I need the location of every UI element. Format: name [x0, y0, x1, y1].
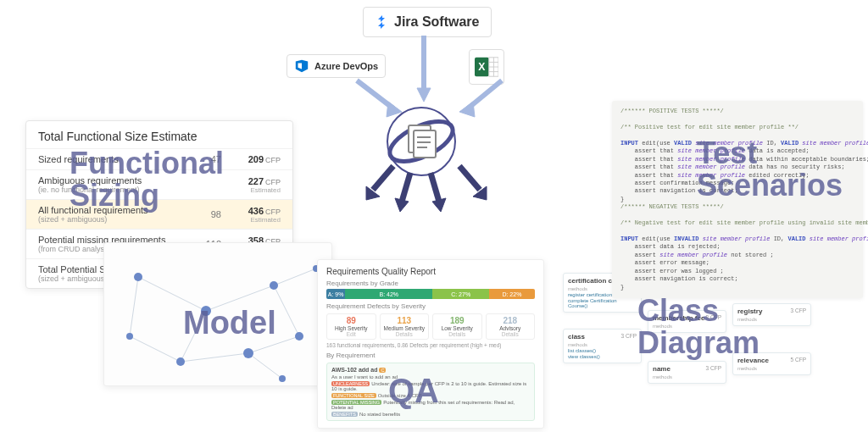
svg-line-37: [248, 353, 282, 379]
qa-severity: 189Low SeverityDetails: [432, 313, 482, 340]
svg-marker-25: [432, 198, 446, 212]
svg-line-36: [274, 269, 316, 285]
qa-req-defect: FUNCTIONAL SIZEOutside size 4 CFP: [331, 393, 530, 398]
qa-grade-segment: B: 42%: [345, 289, 432, 299]
qa-grade-segment: C: 27%: [432, 289, 488, 299]
svg-marker-23: [395, 198, 409, 212]
qa-req-defect: BENEFITSNo stated benefits: [331, 412, 530, 417]
network-graph-icon: [104, 243, 332, 386]
svg-rect-16: [414, 130, 436, 158]
svg-point-40: [270, 281, 278, 290]
qa-req-defect: POTENTIAL MISSINGPotentially missing fro…: [331, 400, 530, 410]
sizing-row: Ambiguous requirements(ie. no functional…: [26, 169, 292, 199]
svg-point-38: [134, 273, 142, 281]
qa-req-id: AWS-102 add ad: [331, 367, 377, 373]
svg-line-31: [274, 285, 299, 336]
svg-point-42: [295, 332, 303, 341]
sizing-row: Sized requirements 47 209CFP: [26, 148, 292, 169]
azure-label: Azure DevOps: [314, 61, 378, 71]
qa-title: Requirements Quality Report: [326, 267, 535, 276]
svg-line-30: [181, 311, 206, 362]
svg-point-43: [243, 348, 253, 358]
class-card: name3 CFP methods: [648, 361, 726, 384]
model-card: [103, 242, 332, 386]
arrow-out-l: [392, 169, 417, 213]
svg-line-20: [373, 166, 393, 190]
qa-grade-segment: D: 22%: [489, 289, 535, 299]
qa-card: Requirements Quality Report Requirements…: [317, 259, 544, 429]
class-card: membership fee3 CFP methods: [648, 310, 726, 333]
qa-grade-segment: A: 9%: [326, 289, 345, 299]
sizing-row: All functional requirements(sized + ambi…: [26, 199, 292, 229]
class-card: relevance5 CFP methods: [732, 352, 811, 375]
azure-icon: [294, 58, 309, 74]
qa-requirement: AWS-102 add ad C As a user I want to add…: [326, 363, 535, 421]
tests-card: /****** POSITIVE TESTS *****/ /** Positi…: [612, 101, 863, 298]
qa-req-note: As a user I want to add an ad: [331, 374, 530, 379]
arrow-out-r: [424, 169, 449, 213]
jira-icon: [376, 15, 389, 29]
class-card: class3 CFP methodslist classes()view cla…: [563, 329, 642, 363]
arrow-out-rr: [454, 163, 488, 202]
qa-by-req: By Requirement: [326, 352, 535, 359]
svg-line-32: [181, 353, 248, 362]
qa-by-grade: Requirements by Grade: [326, 280, 535, 287]
svg-marker-8: [417, 88, 431, 102]
svg-point-44: [126, 333, 133, 340]
svg-line-35: [130, 336, 181, 362]
svg-text:X: X: [478, 61, 485, 73]
svg-line-28: [138, 277, 206, 311]
arrow-in-excel: [458, 76, 509, 119]
qa-severities: 89High SeverityEdit113Medium SeverityDet…: [326, 313, 535, 340]
azure-badge: Azure DevOps: [287, 54, 386, 78]
jira-label: Jira Software: [394, 14, 479, 30]
svg-line-26: [459, 166, 480, 190]
qa-grade-bar: A: 9%B: 42%C: 27%D: 22%: [326, 289, 535, 299]
qa-req-grade: C: [379, 368, 386, 373]
svg-marker-12: [459, 102, 475, 117]
qa-severity: 89High SeverityEdit: [326, 313, 376, 340]
svg-line-34: [130, 277, 138, 336]
svg-line-33: [248, 336, 299, 353]
excel-icon: X: [475, 55, 498, 79]
class-card: registry3 CFP methods: [732, 303, 811, 326]
svg-line-24: [431, 173, 439, 202]
sizing-title: Total Functional Size Estimate: [26, 121, 292, 148]
qa-severity: 218AdvisoryDetails: [486, 313, 536, 340]
qa-severity: 113Medium SeverityDetails: [380, 313, 430, 340]
svg-line-22: [402, 173, 410, 202]
arrow-in-jira: [415, 36, 432, 103]
qa-defects-title: Requirement Defects by Severity: [326, 302, 535, 310]
jira-badge: Jira Software: [363, 7, 492, 37]
svg-point-39: [201, 306, 211, 316]
svg-point-46: [279, 375, 286, 382]
qa-req-defect: UNCLEARNESSUnclear: size of sample per C…: [331, 381, 530, 391]
qa-summary: 163 functional requirements, 0.86 Defect…: [326, 342, 535, 348]
svg-line-29: [206, 285, 274, 311]
svg-point-41: [176, 357, 185, 366]
